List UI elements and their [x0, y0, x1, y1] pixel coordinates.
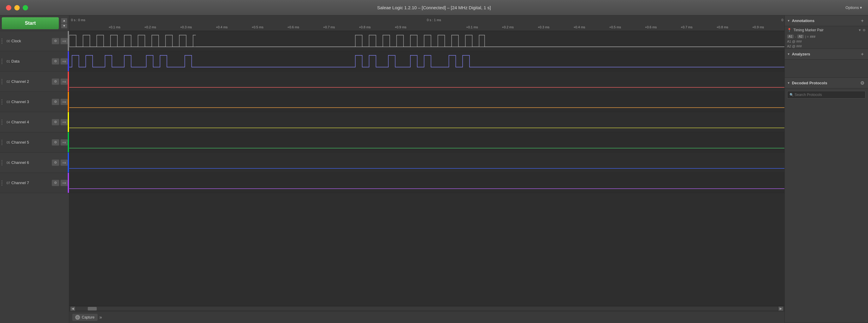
waveform-row-ch6 [69, 152, 784, 173]
channel-color-bar-6 [68, 152, 69, 173]
start-button-row: Start ▲ ▼ [0, 15, 69, 31]
drag-handle-0[interactable] [1, 31, 3, 51]
analyzers-collapse-icon[interactable]: ▼ [787, 52, 790, 56]
drag-handle-7[interactable] [1, 173, 3, 193]
channel-list: 00Clock⚙+≡01Data⚙+≡02Channel 2⚙+≡03Chann… [0, 31, 69, 193]
decoded-protocols-gear-button[interactable]: ⚙ [859, 80, 866, 86]
channel-gear-btn-5[interactable]: ⚙ [52, 139, 59, 146]
drag-handle-2[interactable] [1, 72, 3, 92]
channel-gear-btn-2[interactable]: ⚙ [52, 78, 59, 85]
scroll-left-button[interactable]: ◀ [70, 307, 75, 311]
channel-add-btn-3[interactable]: +≡ [60, 99, 68, 105]
drag-handle-4[interactable] [1, 112, 3, 132]
capture-label: Capture [82, 315, 95, 319]
a1a2-row: A1 - A2 | = ### [785, 34, 868, 39]
channel-row-5: 05Channel 5⚙+≡ [0, 132, 69, 152]
channel-num-4: 04 [3, 120, 11, 124]
timeline-header: 0 s : 0 ms 0 s : 1 ms 0 +0.1 ms +0.2 ms … [69, 15, 784, 31]
a2-badge: A2 [797, 35, 804, 38]
channel-add-btn-7[interactable]: +≡ [60, 180, 68, 186]
tick-17: +0.7 ms [681, 25, 692, 29]
start-button[interactable]: Start [2, 17, 59, 29]
scroll-track[interactable] [76, 307, 778, 311]
channel-add-btn-0[interactable]: +≡ [60, 38, 68, 44]
arrow-up-button[interactable]: ▲ [61, 18, 67, 23]
options-button[interactable]: Options ▾ [846, 5, 862, 10]
analyzers-header: ▼ Analyzers + [785, 49, 868, 60]
annotations-header: ▼ Annotations + [785, 15, 868, 26]
decoded-protocols-collapse-icon[interactable]: ▼ [787, 81, 790, 85]
tick-19: +0.9 ms [752, 25, 764, 29]
channel-add-btn-4[interactable]: +≡ [60, 119, 68, 125]
close-button[interactable] [6, 5, 11, 10]
waveform-row-ch4 [69, 112, 784, 132]
drag-handle-1[interactable] [1, 51, 3, 71]
tick-07: +0.7 ms [323, 25, 335, 29]
a1-row: A1 @ ### [785, 39, 868, 44]
time-marker-1ms: 0 s : 1 ms [427, 18, 441, 22]
analyzers-section: ▼ Analyzers + [785, 49, 868, 78]
channel-gear-btn-3[interactable]: ⚙ [52, 99, 59, 105]
channel-gear-btn-4[interactable]: ⚙ [52, 119, 59, 125]
channel-name-0: Clock [11, 39, 52, 43]
channel-num-6: 06 [3, 161, 11, 165]
timing-marker-gear-button[interactable]: ⚙ [863, 28, 866, 32]
tick-13: +0.3 ms [537, 25, 549, 29]
capture-tab[interactable]: ⊙ Capture [72, 314, 98, 321]
tick-02: +0.2 ms [145, 25, 156, 29]
channel-row-7: 07Channel 7⚙+≡ [0, 173, 69, 193]
annotations-section: ▼ Annotations + 📍 Timing Marker Pair ▼ ⚙… [785, 15, 868, 49]
analyzers-add-button[interactable]: + [859, 51, 866, 58]
annotations-add-button[interactable]: + [859, 17, 866, 24]
timing-pin-icon: 📍 [787, 28, 792, 32]
tick-18: +0.8 ms [716, 25, 728, 29]
channel-add-btn-5[interactable]: +≡ [60, 139, 68, 146]
bottom-bar: ⊙ Capture » [69, 311, 784, 323]
drag-handle-6[interactable] [1, 152, 3, 173]
resize-corner[interactable]: ⌟ [865, 318, 867, 322]
waveform-area [69, 31, 784, 306]
minimize-button[interactable] [14, 5, 20, 10]
annotations-title: Annotations [792, 19, 857, 23]
left-panel: Start ▲ ▼ 00Clock⚙+≡01Data⚙+≡02Channel 2… [0, 15, 69, 323]
channel-gear-btn-6[interactable]: ⚙ [52, 159, 59, 166]
tick-12: +0.2 ms [502, 25, 514, 29]
timing-marker-filter-button[interactable]: ▼ [858, 28, 862, 32]
annotations-collapse-icon[interactable]: ▼ [787, 19, 790, 22]
drag-handle-5[interactable] [1, 132, 3, 152]
start-arrows: ▲ ▼ [61, 18, 68, 28]
channel-add-btn-2[interactable]: +≡ [60, 78, 68, 85]
channel-name-3: Channel 3 [11, 100, 52, 104]
channel-name-6: Channel 6 [11, 160, 52, 165]
decoded-protocols-title: Decoded Protocols [792, 81, 857, 85]
tick-09: +0.9 ms [395, 25, 406, 29]
waveform-svg-data [69, 51, 784, 71]
titlebar: Saleae Logic 1.2.10 – [Connected] – [24 … [0, 0, 868, 15]
scroll-right-button[interactable]: ▶ [778, 307, 783, 311]
channel-color-bar-1 [68, 51, 69, 71]
channel-add-btn-1[interactable]: +≡ [60, 58, 68, 65]
channel-gear-btn-7[interactable]: ⚙ [52, 180, 59, 186]
channel-row-4: 04Channel 4⚙+≡ [0, 112, 69, 132]
maximize-button[interactable] [23, 5, 28, 10]
drag-handle-3[interactable] [1, 92, 3, 112]
tick-16: +0.6 ms [645, 25, 657, 29]
channel-num-5: 05 [3, 141, 11, 144]
decoded-protocols-content [785, 101, 868, 160]
capture-expand-button[interactable]: » [99, 315, 102, 320]
scroll-thumb[interactable] [88, 307, 97, 311]
channel-add-btn-6[interactable]: +≡ [60, 159, 68, 166]
search-protocols-input[interactable] [787, 91, 866, 99]
tick-03: +0.3 ms [180, 25, 192, 29]
waveform-svg-clock [69, 31, 784, 51]
channel-color-bar-0 [68, 31, 69, 51]
arrow-down-button[interactable]: ▼ [61, 24, 67, 28]
channel-row-0: 00Clock⚙+≡ [0, 31, 69, 51]
channel-num-0: 00 [3, 39, 11, 43]
channel-color-bar-3 [68, 92, 69, 112]
channel-name-1: Data [11, 59, 52, 64]
timing-marker-row: 📍 Timing Marker Pair ▼ ⚙ [785, 26, 868, 34]
channel-gear-btn-0[interactable]: ⚙ [52, 38, 59, 44]
channel-gear-btn-1[interactable]: ⚙ [52, 58, 59, 65]
channel-num-7: 07 [3, 181, 11, 185]
